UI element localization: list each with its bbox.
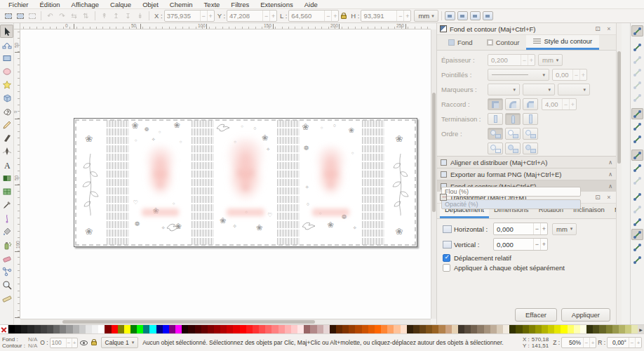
tab-matrice[interactable]: Matrice	[610, 204, 616, 218]
box3d-tool[interactable]	[0, 91, 13, 105]
palette-swatch[interactable]	[297, 325, 304, 333]
rotation-increment[interactable]: +	[635, 338, 641, 347]
select-all-icon[interactable]	[2, 11, 14, 22]
snap-guides[interactable]	[631, 254, 643, 265]
palette-swatch[interactable]	[445, 325, 452, 333]
tweak-tool[interactable]	[0, 211, 13, 225]
palette-swatch[interactable]	[271, 325, 278, 333]
palette-swatch[interactable]	[21, 325, 27, 333]
lock-ratio-icon[interactable]	[341, 15, 347, 19]
horizontal-decrement[interactable]: −	[533, 223, 540, 234]
palette-swatch[interactable]	[323, 325, 330, 333]
miter-limit-increment[interactable]: +	[569, 99, 576, 110]
palette-swatch[interactable]	[27, 325, 34, 333]
snap-cusp-nodes[interactable]	[631, 150, 643, 161]
palette-swatch[interactable]	[631, 325, 638, 333]
palette-swatch[interactable]	[452, 325, 458, 333]
palette-swatch[interactable]	[355, 325, 361, 333]
palette-swatch[interactable]	[387, 325, 394, 333]
palette-swatch[interactable]	[47, 325, 53, 333]
cap-butt-button[interactable]	[488, 113, 503, 125]
panel-restore-button[interactable]: ⊡	[593, 194, 602, 201]
calligraphy-tool[interactable]	[0, 131, 13, 145]
palette-swatch[interactable]	[156, 325, 163, 333]
tab-style-du-contour[interactable]: Style du contour	[526, 35, 599, 50]
horizontal-input[interactable]: 0,000	[494, 225, 533, 233]
palette-swatch[interactable]	[342, 325, 349, 333]
palette-swatch[interactable]	[34, 325, 41, 333]
join-round-button[interactable]	[505, 98, 521, 110]
opacity-input[interactable]: 100	[51, 339, 66, 346]
menu-texte[interactable]: Texte	[199, 1, 226, 8]
pencil-tool[interactable]	[0, 118, 13, 131]
height-input[interactable]: 93,391	[361, 12, 396, 20]
mesh-tool[interactable]	[0, 185, 13, 198]
move-gradients-toggle[interactable]	[470, 11, 481, 20]
x-input[interactable]: 375,935	[165, 12, 200, 20]
palette-swatch[interactable]	[471, 325, 477, 333]
x-increment[interactable]: +	[207, 11, 214, 21]
palette-swatch[interactable]	[477, 325, 483, 333]
height-decrement[interactable]: −	[396, 11, 403, 21]
gradient-tool[interactable]	[0, 171, 13, 185]
spiral-tool[interactable]	[0, 105, 13, 118]
snap-toggle[interactable]	[631, 25, 643, 37]
move-patterns-toggle[interactable]	[483, 11, 493, 20]
ellipse-tool[interactable]	[0, 65, 13, 78]
palette-swatch[interactable]	[349, 325, 355, 333]
thickness-increment[interactable]: +	[528, 55, 535, 65]
deselect-icon[interactable]	[26, 11, 38, 22]
snap-smooth-nodes[interactable]	[631, 162, 643, 173]
dash-offset-increment[interactable]: +	[579, 69, 586, 80]
transform-unit-dropdown[interactable]: mm▾	[552, 223, 577, 235]
palette-swatch[interactable]	[542, 325, 548, 333]
palette-swatch[interactable]	[554, 325, 561, 333]
snap-object-centers[interactable]	[631, 191, 643, 202]
palette-swatch[interactable]	[201, 325, 208, 333]
opacity-slider[interactable]: Opacité (%)	[441, 199, 581, 209]
zoom-input[interactable]: 50%	[562, 339, 583, 346]
menu-edition[interactable]: Édition	[34, 1, 66, 8]
y-decrement[interactable]: −	[262, 11, 269, 21]
palette-swatch[interactable]	[317, 325, 323, 333]
scrollbar-thumb[interactable]	[432, 93, 436, 212]
palette-swatch[interactable]	[8, 325, 15, 333]
thickness-input[interactable]: 0,200	[488, 56, 521, 64]
apply-separately-checkbox[interactable]	[443, 264, 450, 272]
star-tool[interactable]	[0, 78, 13, 91]
cap-square-button[interactable]	[523, 113, 538, 125]
miter-limit-decrement[interactable]: −	[562, 99, 569, 110]
palette-swatch[interactable]	[53, 325, 60, 333]
snap-bbox-edges[interactable]	[631, 54, 643, 65]
palette-swatch[interactable]	[464, 325, 471, 333]
menu-affichage[interactable]: Affichage	[66, 1, 105, 8]
palette-swatch[interactable]	[118, 325, 124, 333]
palette-swatch[interactable]	[265, 325, 271, 333]
palette-swatch[interactable]	[175, 325, 182, 333]
scrollbar-thumb[interactable]	[62, 320, 315, 324]
palette-swatch[interactable]	[220, 325, 227, 333]
rotate-cw-icon[interactable]: ↷	[56, 11, 68, 22]
marker-start-dropdown[interactable]: ▾	[488, 84, 520, 95]
zoom-increment[interactable]: +	[589, 338, 596, 347]
palette-swatch[interactable]	[253, 325, 259, 333]
palette-scroll-arrow-icon[interactable]: ▶	[638, 325, 644, 333]
text-tool[interactable]: A	[0, 158, 13, 171]
palette-swatch[interactable]	[15, 325, 21, 333]
menu-chemin[interactable]: Chemin	[164, 1, 199, 8]
palette-swatch[interactable]	[246, 325, 253, 333]
flip-vertical-icon[interactable]: ⇅	[80, 11, 92, 22]
dash-offset-decrement[interactable]: −	[572, 69, 579, 80]
paint-bucket-tool[interactable]	[0, 225, 13, 238]
canvas-horizontal-scrollbar[interactable]	[20, 319, 431, 324]
flip-horizontal-icon[interactable]: ⇆	[68, 11, 80, 22]
zoom-decrement[interactable]: −	[583, 338, 589, 347]
palette-swatch[interactable]	[516, 325, 522, 333]
apply-button[interactable]: Appliquer	[561, 308, 610, 322]
no-color-swatch[interactable]	[0, 325, 8, 333]
blur-slider[interactable]: Flou (%)	[441, 187, 581, 197]
palette-swatch[interactable]	[60, 325, 66, 333]
lower-to-bottom-icon[interactable]: ↡	[134, 11, 146, 22]
palette-swatch[interactable]	[169, 325, 175, 333]
snap-bbox-corners[interactable]	[631, 67, 643, 78]
